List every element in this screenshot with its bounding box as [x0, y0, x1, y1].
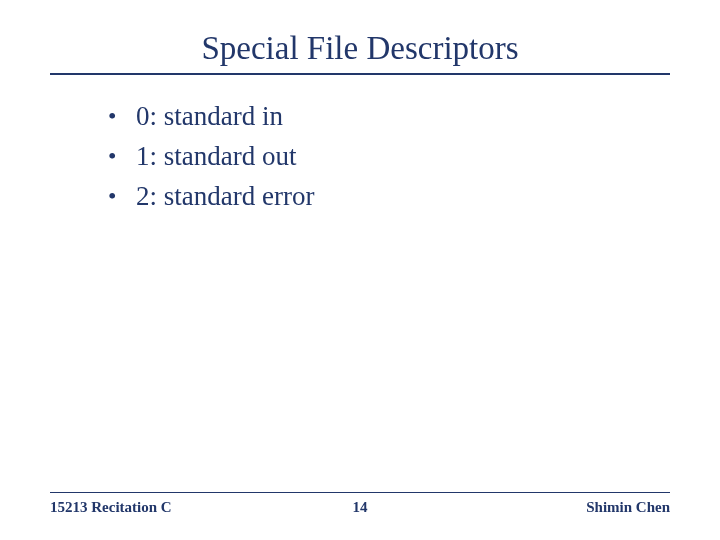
bullet-text: 0: standard in [136, 99, 283, 133]
page-number: 14 [353, 499, 368, 516]
bullet-icon: • [108, 179, 136, 213]
footer-right: Shimin Chen [586, 499, 670, 516]
footer-left: 15213 Recitation C [50, 499, 172, 516]
bullet-text: 2: standard error [136, 179, 314, 213]
footer-rule [50, 492, 670, 493]
footer-row: 15213 Recitation C 14 Shimin Chen [50, 499, 670, 516]
title-underline [50, 73, 670, 75]
list-item: • 0: standard in [108, 99, 670, 133]
list-item: • 1: standard out [108, 139, 670, 173]
list-item: • 2: standard error [108, 179, 670, 213]
bullet-icon: • [108, 139, 136, 173]
bullet-text: 1: standard out [136, 139, 296, 173]
content-area: • 0: standard in • 1: standard out • 2: … [50, 99, 670, 213]
footer: 15213 Recitation C 14 Shimin Chen [50, 492, 670, 516]
slide: Special File Descriptors • 0: standard i… [0, 0, 720, 540]
title-container: Special File Descriptors [50, 30, 670, 71]
bullet-icon: • [108, 99, 136, 133]
slide-title: Special File Descriptors [201, 30, 518, 71]
